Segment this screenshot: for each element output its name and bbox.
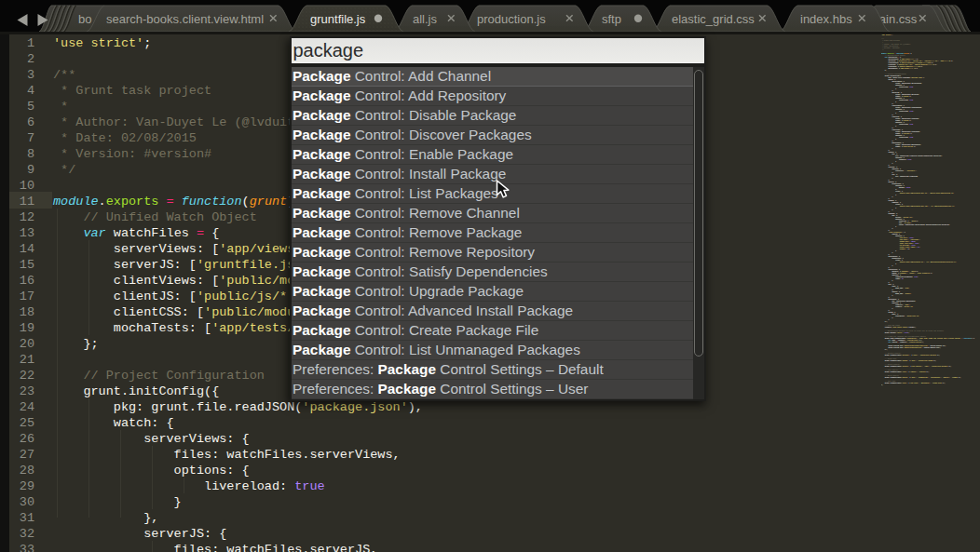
svg-text:elastic_grid.css: elastic_grid.css xyxy=(672,12,755,26)
svg-text:sftp: sftp xyxy=(602,12,621,26)
svg-text:search-books.client.view.html: search-books.client.view.html xyxy=(106,12,264,26)
svg-text:index.hbs: index.hbs xyxy=(800,12,852,26)
svg-text:all.js: all.js xyxy=(413,12,438,26)
svg-text:gruntfile.js: gruntfile.js xyxy=(310,12,366,26)
svg-text:bo: bo xyxy=(78,12,91,26)
svg-text:production.js: production.js xyxy=(477,12,546,26)
